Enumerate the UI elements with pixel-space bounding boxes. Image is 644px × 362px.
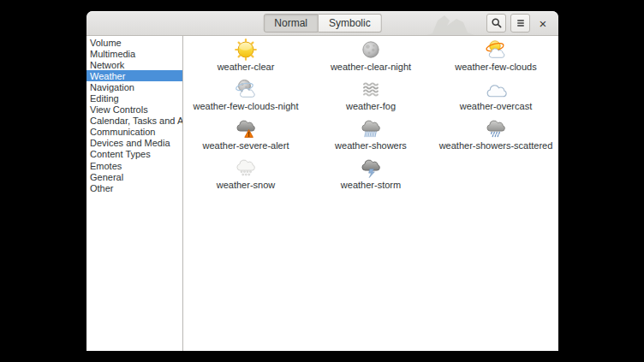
- icon-grid-item-weather-few-clouds-night[interactable]: weather-few-clouds-night: [183, 78, 308, 117]
- icon-grid-item-weather-few-clouds[interactable]: weather-few-clouds: [433, 39, 558, 78]
- headerbar-controls: ×: [486, 14, 552, 33]
- icon-grid-item-weather-fog[interactable]: weather-fog: [308, 78, 433, 117]
- sidebar-item-devices-and-media[interactable]: Devices and Media: [86, 138, 182, 149]
- gnome-watermark-icon: [420, 11, 481, 35]
- sidebar-item-volume[interactable]: Volume: [86, 37, 182, 48]
- icon-grid-item-weather-showers[interactable]: weather-showers: [308, 117, 433, 157]
- search-button[interactable]: [486, 14, 506, 33]
- weather-few-clouds-icon: [485, 39, 507, 61]
- weather-showers-icon: [360, 117, 382, 139]
- sidebar-item-navigation[interactable]: Navigation: [86, 81, 182, 92]
- weather-severe-alert-icon: [235, 117, 257, 139]
- weather-showers-scattered-icon: [485, 117, 507, 139]
- icon-label: weather-severe-alert: [203, 140, 289, 151]
- weather-overcast-icon: [485, 78, 507, 100]
- weather-fog-icon: [360, 78, 382, 100]
- hamburger-menu-icon: [516, 18, 526, 28]
- menu-button[interactable]: [510, 14, 530, 33]
- icon-label: weather-showers-scattered: [439, 140, 553, 151]
- icon-browser-window: Normal Symbolic ×: [86, 11, 558, 351]
- weather-storm-icon: [360, 157, 382, 179]
- category-sidebar: Volume Multimedia Network Weather Naviga…: [86, 36, 183, 351]
- icon-grid-item-weather-overcast[interactable]: weather-overcast: [433, 78, 558, 117]
- sidebar-item-communication[interactable]: Communication: [86, 127, 182, 138]
- icon-label: weather-fog: [346, 101, 396, 111]
- sidebar-item-general[interactable]: General: [86, 171, 182, 182]
- icon-grid-item-weather-storm[interactable]: weather-storm: [308, 157, 433, 196]
- headerbar: Normal Symbolic ×: [86, 11, 558, 36]
- icon-label: weather-few-clouds-night: [194, 101, 299, 111]
- sidebar-item-multimedia[interactable]: Multimedia: [86, 48, 182, 59]
- sidebar-item-editing[interactable]: Editing: [86, 92, 182, 104]
- icon-label: weather-few-clouds: [455, 62, 536, 72]
- weather-few-clouds-night-icon: [235, 78, 257, 100]
- icon-label: weather-overcast: [460, 101, 532, 111]
- sidebar-item-content-types[interactable]: Content Types: [86, 149, 182, 160]
- sidebar-item-other[interactable]: Other: [86, 182, 182, 193]
- icon-grid-item-weather-clear[interactable]: weather-clear: [183, 39, 308, 78]
- view-mode-toggle: Normal Symbolic: [263, 14, 381, 33]
- weather-clear-night-icon: [360, 39, 382, 61]
- close-button[interactable]: ×: [534, 14, 552, 33]
- sidebar-item-weather[interactable]: Weather: [86, 70, 182, 81]
- icon-grid-item-weather-showers-scattered[interactable]: weather-showers-scattered: [433, 117, 558, 157]
- sidebar-item-network[interactable]: Network: [86, 59, 182, 70]
- symbolic-view-button[interactable]: Symbolic: [319, 14, 382, 33]
- search-icon: [491, 17, 503, 29]
- sidebar-item-calendar-tasks-alarms[interactable]: Calendar, Tasks and Alarms: [86, 116, 182, 127]
- close-icon: ×: [540, 17, 547, 30]
- icon-label: weather-snow: [217, 180, 275, 190]
- icon-label: weather-clear: [218, 62, 275, 72]
- weather-snow-icon: [235, 157, 257, 179]
- icon-grid: weather-clear weather-clear-night: [183, 36, 558, 351]
- icon-grid-item-weather-severe-alert[interactable]: weather-severe-alert: [183, 117, 308, 157]
- weather-clear-icon: [235, 39, 257, 61]
- icon-label: weather-storm: [341, 180, 401, 190]
- icon-label: weather-showers: [335, 140, 407, 151]
- normal-view-button[interactable]: Normal: [263, 14, 319, 33]
- icon-label: weather-clear-night: [331, 62, 411, 72]
- icon-grid-item-weather-clear-night[interactable]: weather-clear-night: [308, 39, 433, 78]
- window-content: Volume Multimedia Network Weather Naviga…: [86, 36, 558, 351]
- icon-grid-item-weather-snow[interactable]: weather-snow: [183, 157, 308, 196]
- sidebar-item-emotes[interactable]: Emotes: [86, 160, 182, 171]
- sidebar-item-view-controls[interactable]: View Controls: [86, 104, 182, 116]
